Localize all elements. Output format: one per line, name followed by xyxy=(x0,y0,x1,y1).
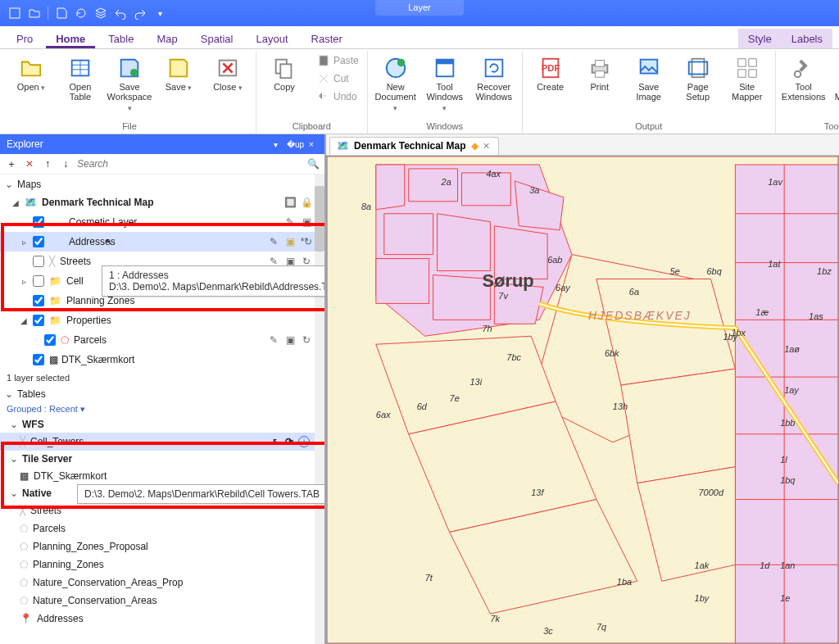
info-icon[interactable]: i xyxy=(298,436,310,447)
paste-button[interactable]: Paste xyxy=(314,52,362,69)
tool-windows-button[interactable]: Tool Windows xyxy=(422,52,468,116)
save-button[interactable]: Save xyxy=(156,52,202,95)
tab-spatial[interactable]: Spatial xyxy=(191,29,243,48)
wfs-group[interactable]: ⌄WFS xyxy=(0,416,324,433)
search-input[interactable] xyxy=(77,158,302,170)
lock-icon[interactable]: 🔒 xyxy=(300,196,313,209)
refresh-icon[interactable]: ⟳ xyxy=(285,436,293,447)
recover-windows-button[interactable]: Recover Windows xyxy=(471,52,517,104)
panel-pin-icon[interactable]: �up xyxy=(287,140,300,149)
remove-icon[interactable]: ✕ xyxy=(23,157,36,170)
site-mapper-button[interactable]: Site Mapper xyxy=(724,52,770,104)
tab-map[interactable]: Map xyxy=(147,29,187,48)
qa-refresh-icon[interactable] xyxy=(73,5,89,21)
table-nca[interactable]: ⬠Nature_Conservation_Areas xyxy=(0,592,324,610)
layer-dtk[interactable]: ▩ DTK_Skærmkort xyxy=(0,350,324,370)
qa-undo-icon[interactable] xyxy=(112,5,129,21)
search-icon[interactable]: 🔍 xyxy=(306,157,320,170)
grouped-indicator[interactable]: Grouped : Recent ▾ xyxy=(0,402,324,416)
svg-text:1by: 1by xyxy=(723,332,738,342)
label-icon[interactable]: ▣ xyxy=(283,235,297,248)
svg-text:3c: 3c xyxy=(543,626,553,636)
panel-options-icon[interactable]: ▾ xyxy=(269,140,282,149)
table-pz-proposal[interactable]: ⬠Planning_Zones_Proposal xyxy=(0,537,324,556)
open-button[interactable]: Open xyxy=(8,52,54,95)
page-setup-button[interactable]: Page Setup xyxy=(675,52,721,104)
table-nca-prop[interactable]: ⬠Nature_Conservation_Areas_Prop xyxy=(0,574,324,592)
edit-icon[interactable]: ✎ xyxy=(267,333,280,347)
move-down-icon[interactable]: ↓ xyxy=(59,157,72,170)
tab-table[interactable]: Table xyxy=(98,29,143,48)
table-pz[interactable]: ⬠Planning_Zones xyxy=(0,556,324,574)
tool-extensions-button[interactable]: Tool Extensions xyxy=(781,52,827,104)
layer-streets-visible[interactable] xyxy=(33,256,44,267)
maps-label: Maps xyxy=(17,179,41,190)
layer-cell-visible[interactable] xyxy=(33,275,44,287)
layer-parcels-visible[interactable] xyxy=(44,334,56,346)
edit-icon[interactable]: ✎ xyxy=(283,215,297,229)
create-button[interactable]: PDFCreate xyxy=(528,52,574,94)
map-tab-icon: 🗺️ xyxy=(337,140,349,152)
qa-more-icon[interactable]: ▾ xyxy=(152,5,168,21)
print-button[interactable]: Print xyxy=(577,52,623,94)
save-workspace-button[interactable]: Save Workspace xyxy=(107,52,152,116)
new-document-button[interactable]: New Document xyxy=(373,52,419,116)
qa-layers-icon[interactable] xyxy=(93,5,109,21)
svg-text:1l: 1l xyxy=(780,455,787,465)
layer-addresses-visible[interactable] xyxy=(33,236,44,247)
open-table-button[interactable]: Open Table xyxy=(57,52,103,104)
svg-rect-8 xyxy=(280,64,291,78)
layer-cosmetic[interactable]: Cosmetic Layer ✎▣ xyxy=(0,212,324,232)
qa-new-icon[interactable] xyxy=(7,5,23,21)
svg-rect-14 xyxy=(485,60,502,77)
table-dtk-tile[interactable]: ▩DTK_Skærmkort xyxy=(0,467,324,485)
close-tab-icon[interactable]: × xyxy=(483,140,490,152)
document-tab[interactable]: 🗺️ Denmark Technical Map ◆ × xyxy=(329,137,499,155)
panel-close-icon[interactable]: × xyxy=(305,140,318,149)
tab-raster[interactable]: Raster xyxy=(302,29,352,48)
tab-home[interactable]: Home xyxy=(46,29,95,48)
refresh-icon[interactable]: *↻ xyxy=(300,235,313,248)
table-streets[interactable]: ╳Streets xyxy=(0,501,324,519)
close-button[interactable]: Close xyxy=(205,52,251,95)
move-up-icon[interactable]: ↑ xyxy=(41,157,54,170)
map-root[interactable]: ◢ 🗺️ Denmark Technical Map 🔲🔒 xyxy=(0,193,324,212)
qa-open-icon[interactable] xyxy=(26,5,43,21)
qa-redo-icon[interactable] xyxy=(132,5,148,21)
add-icon[interactable]: ＋ xyxy=(5,157,18,170)
map-canvas[interactable]: Sørup HJEDSBÆKVEJ 2a 4ax 3a 8a 6ab 6ay 7… xyxy=(326,156,839,644)
label-icon[interactable]: ▣ xyxy=(283,333,297,347)
marketplace-button[interactable]: MapInfo Marketplace xyxy=(830,52,839,104)
polygon-icon: ⬠ xyxy=(61,334,69,346)
save-image-button[interactable]: Save Image xyxy=(626,52,672,104)
layer-addresses[interactable]: ▹ Addresses ↖ ✎▣*↻ xyxy=(0,232,324,252)
tab-labels[interactable]: Labels xyxy=(782,29,832,48)
svg-marker-37 xyxy=(438,214,491,271)
layer-cosmetic-visible[interactable] xyxy=(33,216,44,228)
layer-dtk-visible[interactable] xyxy=(33,354,44,365)
edit-icon[interactable]: ✎ xyxy=(267,235,280,248)
zoom-icon[interactable]: 🔲 xyxy=(283,196,297,209)
cut-button[interactable]: Cut xyxy=(314,70,362,87)
layer-pz-visible[interactable] xyxy=(33,295,44,306)
qa-save-icon[interactable] xyxy=(53,5,70,21)
layer-properties[interactable]: ◢ 📁 Properties xyxy=(0,311,324,330)
ribbon-group-windows: New Document Tool Windows Recover Window… xyxy=(368,51,523,134)
tab-pro[interactable]: Pro xyxy=(7,29,43,48)
explorer-tree[interactable]: ⌄Maps ◢ 🗺️ Denmark Technical Map 🔲🔒 Cosm… xyxy=(0,175,324,644)
layer-properties-visible[interactable] xyxy=(33,315,44,326)
table-addresses[interactable]: 📍Addresses xyxy=(0,610,324,628)
tab-layout[interactable]: Layout xyxy=(246,29,297,48)
table-parcels[interactable]: ⬠Parcels xyxy=(0,519,324,537)
table-cell-towers[interactable]: ╳ Cell_Towers ↖ ⟳i xyxy=(0,433,324,451)
tileserver-group[interactable]: ⌄Tile Server xyxy=(0,451,324,467)
tab-style[interactable]: Style xyxy=(738,29,782,48)
undo-button[interactable]: Undo xyxy=(314,88,362,105)
svg-text:6ax: 6ax xyxy=(376,410,391,420)
label-icon[interactable]: ▣ xyxy=(300,215,313,229)
explorer-scrollbar[interactable] xyxy=(315,175,324,644)
layer-parcels[interactable]: ⬠ Parcels ✎▣↻ xyxy=(0,330,324,350)
maps-section[interactable]: ⌄Maps xyxy=(0,176,324,193)
tables-section[interactable]: ⌄Tables xyxy=(0,386,324,402)
copy-button[interactable]: Copy xyxy=(261,52,307,94)
